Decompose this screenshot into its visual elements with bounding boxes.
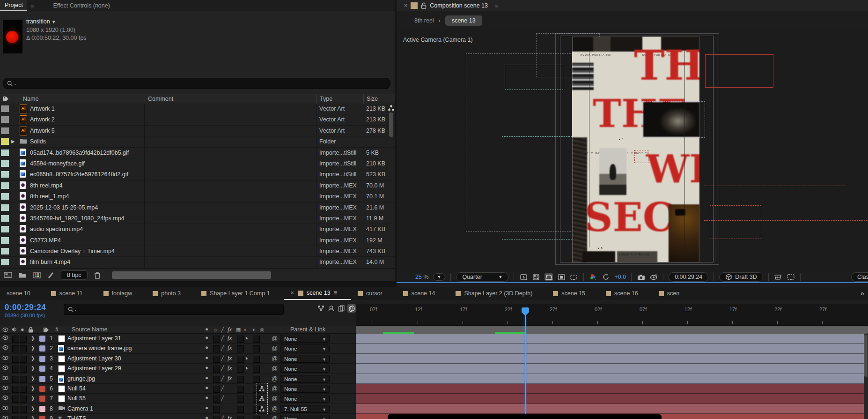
quality-toggle[interactable]: ╱ (221, 335, 224, 341)
project-row[interactable]: 05ad174..bd78963a9fd42b12df0b5.gifImport… (0, 148, 395, 158)
layer-name[interactable]: THATS (67, 415, 86, 419)
fx-toggle[interactable]: fx (228, 374, 232, 382)
effect-toggle[interactable] (237, 376, 244, 383)
expand-arrow-icon[interactable]: ❯ (31, 416, 35, 419)
comp-mini-flowchart-icon[interactable] (316, 304, 325, 313)
draft-3d-toggle-icon[interactable] (327, 304, 335, 313)
layer-name[interactable]: Null 54 (67, 385, 86, 392)
quality-toggle[interactable]: ╱ (221, 385, 224, 391)
column-header-source-name[interactable]: Source Name (72, 326, 107, 333)
audio-toggle[interactable] (12, 386, 19, 393)
project-row[interactable]: 2025-12-03 15-25-05.mp4Importe...MEX21.6… (0, 202, 395, 213)
effect-toggle[interactable] (237, 406, 244, 413)
tab-menu-icon[interactable]: ≡ (334, 290, 337, 296)
layer-track-bar[interactable] (356, 364, 868, 374)
shy-toggle[interactable]: ⚫ (205, 355, 209, 361)
project-row[interactable]: ec065b8..8f757fc2de597612648d2.gifImport… (0, 169, 395, 180)
timeline-vertical-scrollbar[interactable] (864, 334, 868, 419)
lock-column-icon[interactable] (28, 327, 33, 333)
project-row[interactable]: AiArtwork 2Vector Art213 KB (0, 114, 395, 125)
draft-3d-button[interactable]: Draft 3D (719, 272, 763, 282)
effect-toggle[interactable] (237, 356, 244, 363)
timeline-tab-scene-13[interactable]: ×scene 13≡ (284, 287, 351, 300)
renderer-button[interactable]: Clas (851, 272, 868, 282)
project-row[interactable]: AiArtwork 1Vector Art213 KB (0, 104, 395, 114)
shy-toggle[interactable]: ⚫ (205, 335, 209, 341)
eye-icon[interactable] (2, 405, 8, 411)
color-settings-icon[interactable] (33, 272, 41, 278)
file-label-swatch[interactable] (1, 105, 9, 112)
layer-label-swatch[interactable] (39, 376, 45, 382)
project-row[interactable]: 8th reel_1.mp4Importe...MEX70.1 M (0, 191, 395, 202)
layer-track-bar[interactable] (356, 374, 868, 384)
layer-track-bar[interactable] (356, 394, 868, 404)
motion-blur-toggle[interactable] (253, 345, 260, 352)
solo-toggle[interactable] (20, 376, 27, 383)
collapse-toggle[interactable] (213, 396, 220, 403)
file-label-swatch[interactable] (1, 160, 9, 167)
layer-row[interactable]: ❯4Adjustment Layer 29⚫╱fx◑@None▼ (0, 364, 868, 374)
current-timecode[interactable]: 0:00:29:24 (5, 303, 46, 312)
eye-icon[interactable] (2, 385, 8, 390)
project-scrollbar[interactable] (389, 112, 393, 137)
motion-blur-column-icon[interactable]: ◐ (244, 327, 247, 332)
composition-panel-menu-icon[interactable]: ≡ (491, 2, 503, 9)
effect-toggle[interactable] (237, 345, 244, 352)
parent-dropdown[interactable]: None▼ (280, 355, 330, 363)
motion-blur-toggle[interactable] (253, 336, 260, 343)
solo-toggle[interactable] (20, 406, 27, 413)
shy-toggle[interactable]: ⚫ (205, 395, 209, 401)
file-label-swatch[interactable] (1, 127, 9, 134)
layer-label-swatch[interactable] (39, 386, 45, 392)
parent-dropdown[interactable]: None▼ (280, 395, 330, 403)
column-header-number[interactable]: # (55, 326, 59, 333)
eye-icon[interactable] (2, 355, 8, 360)
label-column-tag-icon[interactable] (43, 327, 49, 333)
new-folder-icon[interactable] (19, 272, 27, 278)
pick-whip-icon[interactable]: @ (272, 415, 278, 419)
time-ruler[interactable]: 07f12f17f22f27f02f07f12f17f22f27f (356, 304, 868, 326)
column-header-name[interactable]: Name (20, 94, 38, 104)
unlock-icon[interactable] (421, 2, 427, 9)
layer-name[interactable]: Adjustment Layer 31 (67, 335, 121, 342)
shy-toggle[interactable]: ⚫ (205, 385, 209, 391)
solo-toggle[interactable] (20, 396, 27, 403)
transparency-grid-icon[interactable] (532, 273, 540, 281)
timeline-tab-photo-3[interactable]: photo 3 (146, 287, 195, 300)
layer-name[interactable]: camera winder frame.jpg (67, 345, 132, 352)
fx-column-icon[interactable]: fx (228, 326, 232, 333)
close-icon[interactable]: × (404, 2, 407, 9)
layer-name[interactable]: grunge.jpg (67, 375, 95, 382)
pixel-aspect-icon[interactable] (787, 273, 795, 281)
audio-toggle[interactable] (12, 376, 19, 383)
expand-arrow-icon[interactable]: ❯ (31, 366, 35, 371)
timeline-tab-footagw[interactable]: footagw (97, 287, 147, 300)
layer-name[interactable]: Null 55 (67, 395, 86, 402)
expand-arrow-icon[interactable]: ❯ (31, 386, 35, 391)
project-search-input[interactable]: ⌄ (3, 78, 390, 89)
shy-column-icon[interactable]: ⚫ (205, 327, 209, 333)
file-label-swatch[interactable] (1, 150, 9, 156)
fx-toggle[interactable]: fx (228, 334, 232, 342)
pick-whip-icon[interactable]: @ (272, 405, 278, 412)
reset-exposure-icon[interactable] (602, 273, 610, 281)
file-label-swatch[interactable] (1, 248, 9, 254)
project-row[interactable]: audio spectrum.mp4Importe...MEX417 KB (0, 224, 395, 235)
expand-arrow-icon[interactable]: ❯ (31, 406, 35, 411)
shy-toggle[interactable]: ⚫ (205, 375, 209, 382)
solo-toggle[interactable] (20, 366, 27, 373)
tab-overflow-chevron-icon[interactable]: » (861, 290, 864, 297)
adjustment-layer-toggle[interactable]: ◑ (245, 365, 248, 371)
file-label-swatch[interactable] (1, 116, 9, 123)
audio-toggle[interactable] (12, 406, 19, 413)
close-icon[interactable]: × (291, 290, 294, 296)
parent-dropdown[interactable]: None▼ (280, 335, 330, 343)
file-label-swatch[interactable] (1, 259, 9, 265)
adjustment-layer-toggle[interactable]: ◑ (245, 355, 248, 361)
collapse-toggle[interactable] (213, 416, 220, 419)
audio-toggle[interactable] (12, 396, 19, 403)
project-row[interactable]: Camcorder Overlay + Timer.mp4Importe...M… (0, 246, 395, 257)
timeline-tab-scene-11[interactable]: scene 11 (44, 287, 97, 300)
project-row[interactable]: AiArtwork 5Vector Art278 KB (0, 126, 395, 136)
collapse-toggle[interactable] (213, 356, 220, 363)
